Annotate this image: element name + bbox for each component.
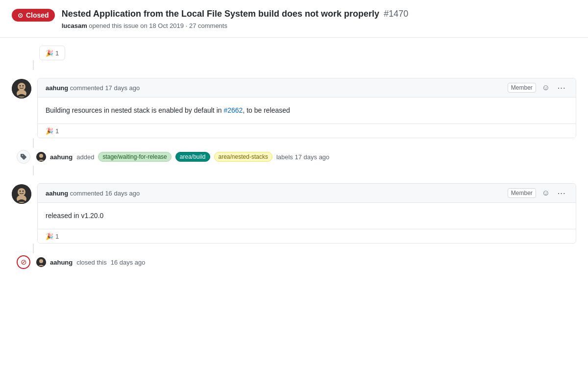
comment-header-right-1: Member ☺ ··· xyxy=(508,82,568,93)
comment-reaction-count-1: 1 xyxy=(55,127,59,135)
comment-body-suffix-1: , to be released xyxy=(243,106,290,114)
connector-line-1 xyxy=(33,60,34,70)
member-badge-1: Member xyxy=(508,83,536,93)
close-event-icon: ⊘ xyxy=(17,255,30,269)
first-reaction-container: 🎉 1 xyxy=(39,46,576,60)
comment-link-1[interactable]: #2662 xyxy=(223,106,243,114)
svg-point-3 xyxy=(23,85,24,87)
ellipsis-button-2[interactable]: ··· xyxy=(556,189,568,198)
comment-time-text-1: commented 17 days ago xyxy=(70,84,140,92)
issue-title-text: Nested Application from the Local File S… xyxy=(62,9,379,19)
comment-body-text-2: released in v1.20.0 xyxy=(46,212,103,220)
issue-meta: lucasam opened this issue on 18 Oct 2019… xyxy=(62,22,576,29)
close-event-action: closed this xyxy=(76,259,106,266)
ellipsis-icon-1: ··· xyxy=(558,84,566,92)
comment-reaction-item-2[interactable]: 🎉 1 xyxy=(46,233,59,240)
comment-reaction-emoji-1: 🎉 xyxy=(46,127,53,135)
smiley-button-2[interactable]: ☺ xyxy=(540,188,552,198)
avatar-2 xyxy=(12,184,31,204)
close-event-avatar xyxy=(36,257,46,267)
commenter-1[interactable]: aahung xyxy=(46,84,68,92)
commenter-2[interactable]: aahung xyxy=(46,190,68,197)
comment-header-right-2: Member ☺ ··· xyxy=(508,188,568,198)
comment-block-2: aahung commented 16 days ago Member ☺ ··… xyxy=(12,183,576,244)
issue-header: ⊙ Closed Nested Application from the Loc… xyxy=(0,0,588,38)
comment-reaction-item-1[interactable]: 🎉 1 xyxy=(46,127,59,135)
timeline-section: 🎉 1 xyxy=(0,38,588,279)
svg-point-10 xyxy=(23,191,24,192)
first-reaction-item[interactable]: 🎉 1 xyxy=(46,49,59,57)
closed-icon: ⊙ xyxy=(18,12,23,19)
comment-card-1: aahung commented 17 days ago Member ☺ ··… xyxy=(37,78,576,138)
connector-line-3 xyxy=(33,166,34,175)
label-event-avatar xyxy=(36,152,46,162)
label-event: aahung added stage/waiting-for-release a… xyxy=(17,148,576,166)
issue-separator: · xyxy=(186,22,189,29)
issue-number: #1470 xyxy=(384,9,408,19)
comment-header-left-2: aahung commented 16 days ago xyxy=(46,190,140,197)
svg-point-2 xyxy=(20,85,21,87)
label-tag-2[interactable]: area/nested-stacks xyxy=(214,152,272,162)
comment-reaction-emoji-2: 🎉 xyxy=(46,233,53,240)
comment-body-prefix-1: Building resources in nested stack is en… xyxy=(46,106,223,114)
label-event-icon xyxy=(17,150,30,164)
comment-body-1: Building resources in nested stack is en… xyxy=(38,98,576,123)
first-reaction-count: 1 xyxy=(55,49,59,57)
connector-line-2 xyxy=(33,138,34,148)
comment-reactions-2: 🎉 1 xyxy=(38,229,576,243)
label-event-actor[interactable]: aahung xyxy=(50,153,73,161)
close-event-avatar-svg xyxy=(36,257,46,267)
close-event: ⊘ aahung closed this 16 days ago xyxy=(17,253,576,271)
comment-header-2: aahung commented 16 days ago Member ☺ ··… xyxy=(38,184,576,203)
issue-comments-count: 27 comments xyxy=(189,22,227,29)
comment-reactions-1: 🎉 1 xyxy=(38,123,576,138)
comment-header-left-1: aahung commented 17 days ago xyxy=(46,84,140,92)
close-event-actor[interactable]: aahung xyxy=(50,259,73,266)
smiley-button-1[interactable]: ☺ xyxy=(540,82,552,93)
badge-label: Closed xyxy=(26,11,49,19)
label-tag-1[interactable]: area/build xyxy=(175,152,210,162)
avatar-svg-2 xyxy=(12,184,31,204)
label-event-suffix: labels 17 days ago xyxy=(276,153,329,161)
ellipsis-button-1[interactable]: ··· xyxy=(556,83,568,93)
smiley-icon-2: ☺ xyxy=(542,189,550,197)
svg-point-8 xyxy=(18,188,25,196)
page-wrapper: ⊙ Closed Nested Application from the Loc… xyxy=(0,0,588,367)
comment-reaction-count-2: 1 xyxy=(55,233,59,240)
svg-point-9 xyxy=(20,191,21,192)
closed-badge: ⊙ Closed xyxy=(12,9,55,22)
first-reaction-bar: 🎉 1 xyxy=(39,46,65,60)
smiley-icon-1: ☺ xyxy=(542,83,550,92)
ellipsis-icon-2: ··· xyxy=(558,190,566,197)
issue-author[interactable]: lucasam xyxy=(62,22,87,29)
connector-line-4 xyxy=(33,244,34,253)
comment-header-1: aahung commented 17 days ago Member ☺ ··… xyxy=(38,78,576,98)
label-tag-0[interactable]: stage/waiting-for-release xyxy=(98,152,171,162)
comment-card-2: aahung commented 16 days ago Member ☺ ··… xyxy=(37,183,576,244)
issue-title: Nested Application from the Local File S… xyxy=(62,8,576,20)
label-event-avatar-svg xyxy=(36,152,46,162)
avatar-svg-1 xyxy=(12,79,31,98)
svg-point-13 xyxy=(39,259,43,263)
avatar-1 xyxy=(12,79,31,98)
issue-opened-detail: opened this issue on 18 Oct 2019 xyxy=(89,22,184,29)
svg-point-6 xyxy=(39,154,43,158)
issue-title-block: Nested Application from the Local File S… xyxy=(62,8,576,29)
member-badge-2: Member xyxy=(508,188,536,198)
tag-icon xyxy=(20,153,27,160)
label-event-action: added xyxy=(76,153,94,161)
comment-time-text-2: commented 16 days ago xyxy=(70,190,140,197)
comment-block-1: aahung commented 17 days ago Member ☺ ··… xyxy=(12,78,576,138)
first-reaction-emoji: 🎉 xyxy=(46,49,53,57)
comment-body-2: released in v1.20.0 xyxy=(38,203,576,229)
svg-point-1 xyxy=(18,83,25,91)
close-event-time: 16 days ago xyxy=(111,259,146,266)
